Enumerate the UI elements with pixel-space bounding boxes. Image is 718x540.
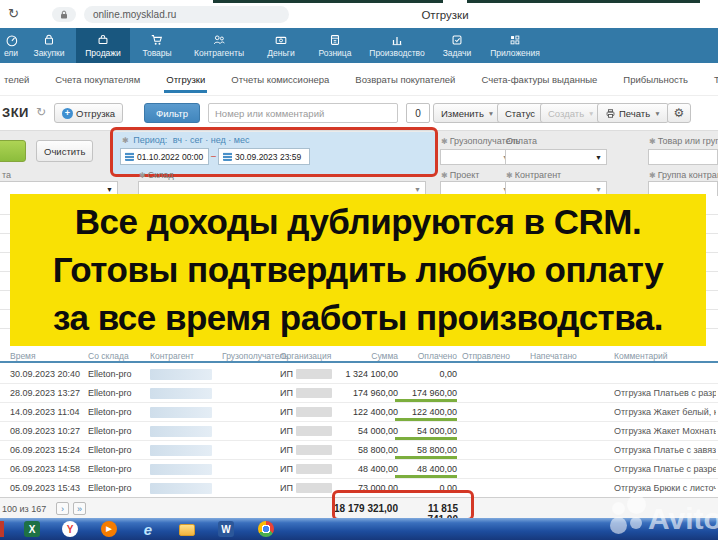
- menu-item-retail[interactable]: Розница: [308, 28, 362, 63]
- clear-filter-button[interactable]: Очистить: [36, 140, 93, 162]
- bullet-icon: ✱: [649, 171, 656, 180]
- lock-icon: [60, 10, 68, 19]
- apps-grid-icon: [508, 33, 522, 47]
- tab-item[interactable]: телей: [2, 65, 31, 93]
- chrome-icon[interactable]: [258, 521, 274, 537]
- word-icon[interactable]: W: [218, 521, 234, 537]
- menu-item-tasks[interactable]: Задачи: [432, 28, 482, 63]
- table-row[interactable]: 14.09.2023 11:04 Elleton-pro ИП 122 400,…: [0, 403, 718, 422]
- tab-item[interactable]: Счета-фактуры выданные: [479, 65, 599, 93]
- settings-button[interactable]: ⚙: [667, 103, 691, 123]
- tab-item[interactable]: Возвраты покупателей: [353, 65, 457, 93]
- menu-item-purchases[interactable]: Закупки: [22, 28, 76, 63]
- taskbar-partial-icon[interactable]: [0, 521, 4, 537]
- chevron-down-icon: ▼: [654, 110, 660, 117]
- col-organization[interactable]: Организация: [280, 351, 331, 361]
- project-label: ✱Проект: [441, 170, 479, 180]
- payment-select[interactable]: ▼: [505, 149, 607, 165]
- create-button[interactable]: Создать▼: [540, 103, 603, 123]
- address-bar[interactable]: online.moysklad.ru: [84, 6, 289, 23]
- plus-icon: +: [62, 108, 73, 119]
- table-row[interactable]: 06.09.2023 15:24 Elleton-pro ИП 58 800,0…: [0, 441, 718, 460]
- cell-warehouse: Elleton-pro: [88, 388, 132, 398]
- menu-item-counterparties[interactable]: Контрагенты: [184, 28, 254, 63]
- table-row[interactable]: 28.09.2023 13:27 Elleton-pro ИП 174 960,…: [0, 384, 718, 403]
- table-edge-right: [706, 196, 718, 346]
- menu-item-indicators[interactable]: ели: [0, 28, 22, 63]
- reload-icon[interactable]: ↻: [8, 6, 19, 21]
- cell-comment: Отгрузка Брюки с листочкой и: [614, 483, 716, 493]
- yandex-browser-icon[interactable]: Y: [62, 521, 78, 537]
- cell-warehouse: Elleton-pro: [88, 426, 132, 436]
- menu-item-goods[interactable]: Товары: [130, 28, 184, 63]
- col-time[interactable]: Время: [10, 351, 36, 361]
- col-comment[interactable]: Комментарий: [614, 351, 668, 361]
- last-page-button[interactable]: »: [73, 502, 86, 515]
- menu-item-sales[interactable]: Продажи: [76, 28, 130, 63]
- url-text: online.moysklad.ru: [93, 9, 176, 20]
- table-edge-left: [0, 196, 10, 346]
- screenshot-root: ↻ online.moysklad.ru Отгрузки ели Закупк…: [0, 0, 718, 540]
- col-warehouse[interactable]: Со склада: [88, 351, 129, 361]
- media-player-icon[interactable]: ▶: [101, 521, 117, 537]
- table-row[interactable]: 06.09.2023 14:58 Elleton-pro ИП 48 400,0…: [0, 460, 718, 479]
- cell-sum: 58 800,00: [318, 445, 398, 455]
- col-counterparty[interactable]: Контрагент: [150, 351, 194, 361]
- table-header: Время Со склада Контрагент Грузополучате…: [0, 348, 718, 363]
- tab-item[interactable]: Счета покупателям: [53, 65, 142, 93]
- edit-button[interactable]: Изменить▼: [433, 103, 502, 123]
- table-row[interactable]: 08.09.2023 10:27 Elleton-pro ИП 54 000,0…: [0, 422, 718, 441]
- purchases-bag-icon: [42, 33, 56, 47]
- print-button[interactable]: Печать▼: [597, 103, 669, 123]
- avito-logo-dot: [630, 517, 642, 529]
- money-icon: [274, 33, 288, 47]
- filter-button[interactable]: Фильтр: [144, 103, 200, 123]
- avito-logo-dot: [610, 517, 627, 534]
- new-shipment-button[interactable]: + Отгрузка: [54, 103, 123, 123]
- folder-icon[interactable]: [179, 524, 195, 536]
- col-sent[interactable]: Отправлено: [462, 351, 510, 361]
- people-icon: [212, 33, 226, 47]
- cell-time: 08.09.2023 10:27: [10, 426, 80, 436]
- cell-warehouse: Elleton-pro: [88, 483, 132, 493]
- col-consignee[interactable]: Грузополучатель: [222, 351, 289, 361]
- menu-item-apps[interactable]: Приложения: [482, 28, 548, 63]
- col-paid[interactable]: Оплачено: [408, 351, 457, 361]
- refresh-icon[interactable]: ↻: [36, 105, 46, 119]
- cell-sum: 1 324 100,00: [318, 369, 398, 379]
- tab-item[interactable]: Товары на реализац: [712, 65, 718, 93]
- chevron-down-icon: ▼: [595, 154, 602, 161]
- cell-time: 28.09.2023 13:27: [10, 388, 80, 398]
- col-sum[interactable]: Сумма: [340, 351, 398, 361]
- cell-sum: 122 400,00: [318, 407, 398, 417]
- calculator-icon: [328, 33, 342, 47]
- cell-warehouse: Elleton-pro: [88, 369, 132, 379]
- find-button-fragment[interactable]: [0, 140, 26, 162]
- payment-label: Оплата: [506, 136, 537, 146]
- cell-sum: 48 400,00: [318, 464, 398, 474]
- cell-paid: 174 960,00: [395, 388, 457, 402]
- tab-item[interactable]: Прибыльность: [621, 65, 690, 93]
- bar-chart-icon: [390, 33, 404, 47]
- cell-comment: Отгрузка Жакет белый, юбка б: [614, 407, 716, 417]
- chevron-down-icon: ▼: [588, 110, 594, 117]
- menu-item-money[interactable]: Деньги: [254, 28, 308, 63]
- counterparty-group-label: ✱Группа контрагента: [649, 170, 718, 180]
- section-tabs: телейСчета покупателямОтгрузкиОтчеты ком…: [0, 63, 718, 96]
- sales-bag-icon: [96, 33, 110, 47]
- next-page-button[interactable]: ›: [56, 502, 69, 515]
- excel-icon[interactable]: X: [24, 521, 40, 537]
- product-input[interactable]: [648, 149, 718, 165]
- tab-item[interactable]: Отгрузки: [164, 65, 207, 93]
- consignee-combo[interactable]: ▼: [440, 149, 514, 165]
- search-input[interactable]: [208, 103, 398, 123]
- menu-item-production[interactable]: Производство: [362, 28, 432, 63]
- internet-explorer-icon[interactable]: e: [140, 521, 156, 537]
- col-printed[interactable]: Напечатано: [530, 351, 577, 361]
- page-heading-fragment: ЗКИ: [2, 105, 29, 120]
- cell-time: 06.09.2023 14:58: [10, 464, 80, 474]
- tab-item[interactable]: Отчеты комиссионера: [229, 65, 331, 93]
- avito-watermark-text: Avito: [648, 502, 718, 536]
- cell-sum: 54 000,00: [318, 426, 398, 436]
- table-row[interactable]: 30.09.2023 20:40 Elleton-pro ИП 1 324 10…: [0, 365, 718, 384]
